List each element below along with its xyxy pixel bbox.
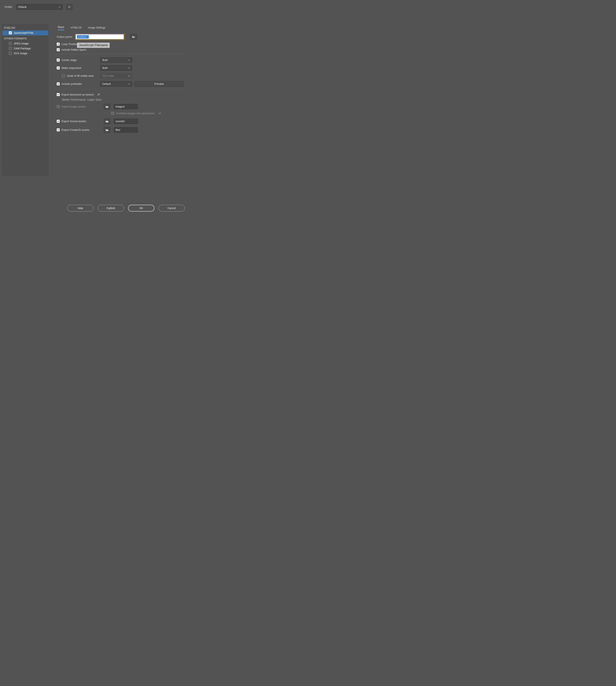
libs-path-input[interactable] [114, 127, 138, 133]
sidebar-item-oam[interactable]: OAM Package [2, 46, 48, 51]
ok-button[interactable]: OK [128, 205, 154, 211]
scale-fill-checkbox[interactable] [62, 74, 65, 77]
output-name-label: Outputname: [57, 35, 73, 38]
cancel-button[interactable]: Cancel [158, 205, 185, 211]
export-createjs-assets-label: Export CreateJS assets: [62, 129, 90, 131]
export-texture-checkbox[interactable] [57, 93, 60, 96]
center-stage-select[interactable]: Both [100, 58, 132, 63]
loop-timeline-checkbox[interactable] [57, 43, 60, 46]
divider [57, 89, 184, 90]
sidebar-heading-other: OTHER FORMATS [2, 35, 48, 41]
images-folder-button[interactable] [104, 104, 110, 109]
include-hidden-label: Include hidden layers [62, 48, 86, 51]
chevron-down-icon [59, 6, 61, 8]
include-preloader-checkbox[interactable] [57, 83, 60, 85]
make-responsive-label: Make responsive [62, 66, 82, 69]
sidebar-heading-publish: PUBLISH [2, 25, 48, 30]
combine-spritesheet-checkbox [111, 112, 114, 115]
sidebar-item-svg[interactable]: SVG Image [2, 51, 48, 56]
export-sound-assets-checkbox[interactable] [57, 120, 60, 123]
checkbox-icon[interactable] [9, 47, 12, 50]
chevron-down-icon [128, 83, 130, 85]
make-responsive-checkbox[interactable] [57, 66, 60, 69]
output-name-input[interactable] [76, 35, 124, 39]
export-sound-assets-label: Export Sound assets: [62, 120, 87, 123]
folder-icon [105, 129, 109, 131]
export-texture-label: Export document as texture [62, 93, 94, 96]
profile-select[interactable]: Default [16, 4, 63, 10]
scale-fill-label: Scale to fill visible area [67, 74, 93, 77]
include-hidden-checkbox[interactable] [57, 48, 60, 51]
sounds-folder-button[interactable] [104, 118, 110, 124]
chevron-down-icon [128, 75, 130, 77]
publish-button[interactable]: Publish [98, 205, 124, 211]
chevron-down-icon [128, 59, 130, 61]
checkbox-icon[interactable] [9, 31, 12, 35]
wrench-icon [158, 112, 161, 115]
sounds-path-input[interactable] [114, 119, 138, 124]
combine-spritesheet-label: Combine images into spritesheet [116, 112, 154, 115]
tabs: Basic HTML/JS Image Settings [57, 25, 184, 30]
center-stage-label: Center stage [62, 59, 76, 62]
checkbox-icon[interactable] [9, 42, 12, 45]
tab-htmljs[interactable]: HTML/JS [71, 26, 82, 30]
sidebar-item-label: SVG Image [14, 52, 27, 55]
tooltip: JavaScript Filename [77, 43, 110, 48]
export-image-assets-label: Export Image assets: [62, 105, 86, 108]
sidebar-item-label: OAM Package [14, 47, 30, 50]
vertical-divider [76, 0, 76, 20]
folder-icon [105, 120, 109, 122]
wrench-icon[interactable] [97, 93, 101, 96]
preloader-select[interactable]: Default [100, 81, 132, 87]
sidebar-item-jpeg[interactable]: JPEG Image [2, 41, 48, 46]
folder-icon [105, 105, 109, 108]
include-preloader-label: Include preloader [62, 83, 82, 85]
tab-basic[interactable]: Basic [58, 25, 64, 30]
export-texture-note: (Better Performance, Larger Size) [57, 98, 184, 101]
checkbox-icon[interactable] [9, 52, 12, 55]
profile-label: Profile: [4, 5, 13, 8]
sidebar-item-label: JPEG Image [14, 42, 28, 45]
sidebar-item-label: JavaScript/HTML [14, 31, 34, 35]
images-path-input[interactable] [114, 104, 138, 109]
profile-value: Default [18, 5, 26, 8]
center-stage-checkbox[interactable] [57, 59, 60, 62]
sidebar-item-js-html[interactable]: JavaScript/HTML [2, 30, 48, 35]
libs-folder-button[interactable] [104, 127, 110, 133]
export-image-assets-checkbox [57, 105, 60, 108]
loop-timeline-label: Loop Timeline [62, 43, 78, 46]
make-responsive-select[interactable]: Both [100, 65, 132, 71]
svg-point-0 [69, 6, 70, 7]
preview-button[interactable]: Preview [134, 81, 184, 87]
scale-fill-select: Fit in view [100, 73, 132, 78]
gear-icon [68, 5, 71, 9]
divider [57, 54, 184, 54]
folder-open-icon [132, 36, 135, 38]
help-button[interactable]: Help [67, 205, 93, 211]
sidebar: PUBLISH JavaScript/HTML OTHER FORMATS JP… [2, 24, 48, 176]
export-createjs-assets-checkbox[interactable] [57, 129, 60, 131]
profile-settings-button[interactable] [66, 4, 72, 10]
browse-output-button[interactable] [130, 34, 137, 40]
output-name-field-wrap [75, 33, 125, 40]
tab-image-settings[interactable]: Image Settings [88, 26, 106, 30]
chevron-down-icon [128, 67, 130, 69]
